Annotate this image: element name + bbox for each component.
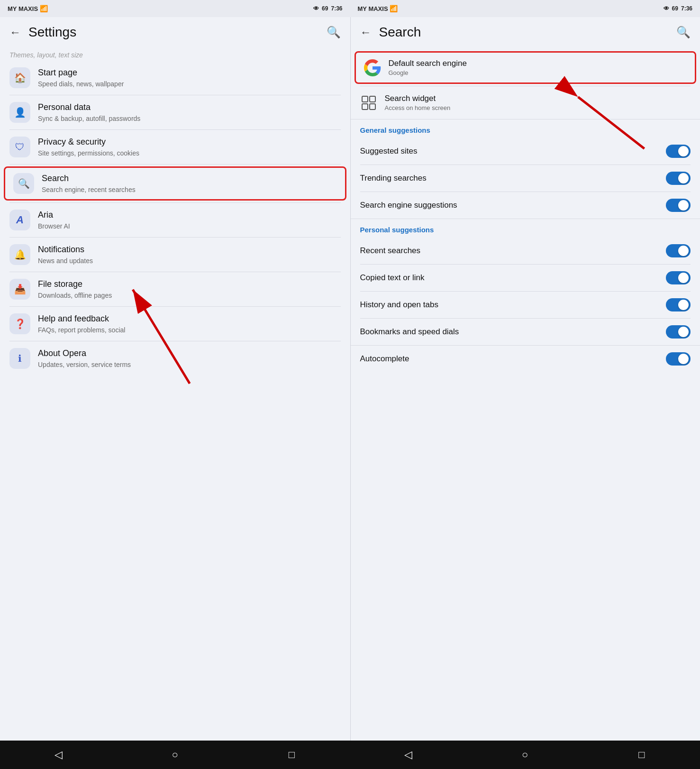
copied-text-toggle[interactable] [666, 271, 691, 284]
help-title: Help and feedback [38, 313, 341, 324]
autocomplete-row: Autocomplete [351, 346, 700, 372]
search-widget-title: Search widget [385, 94, 691, 103]
back-nav-right[interactable]: ◁ [397, 743, 420, 766]
aria-subtitle: Browser AI [38, 222, 341, 230]
file-storage-icon: 📥 [9, 279, 30, 300]
default-search-engine-row[interactable]: Default search engine Google [355, 51, 697, 84]
notifications-text: Notifications News and updates [38, 244, 341, 265]
bottom-bar-right: ◁ ○ □ [350, 741, 700, 769]
back-nav-left[interactable]: ◁ [47, 743, 70, 766]
home-nav-left[interactable]: ○ [164, 743, 186, 766]
file-storage-text: File storage Downloads, offline pages [38, 279, 341, 300]
svg-rect-2 [362, 96, 368, 102]
settings-scroll-area: 🏠 Start page Speed dials, news, wallpape… [0, 61, 350, 741]
settings-item-about[interactable]: ℹ About Opera Updates, version, service … [0, 341, 350, 375]
suggested-sites-label: Suggested sites [360, 146, 666, 156]
personal-data-title: Personal data [38, 102, 341, 113]
recent-searches-toggle[interactable] [666, 244, 691, 257]
settings-item-help[interactable]: ❓ Help and feedback FAQs, report problem… [0, 307, 350, 341]
search-engine-suggestions-row: Search engine suggestions [351, 192, 700, 219]
settings-top-hint: Themes, layout, text size [0, 47, 350, 61]
default-engine-text: Default search engine Google [389, 59, 687, 76]
wifi-icon-right: 📶 [390, 5, 398, 12]
recent-searches-row: Recent searches [351, 238, 700, 264]
settings-item-start-page[interactable]: 🏠 Start page Speed dials, news, wallpape… [0, 61, 350, 95]
search-engine-suggestions-toggle[interactable] [666, 199, 691, 212]
search-widget-subtitle: Access on home screen [385, 104, 691, 111]
bookmarks-row: Bookmarks and speed dials [351, 319, 700, 345]
carrier-left: MY MAXIS [8, 5, 38, 12]
help-icon: ❓ [9, 313, 30, 334]
personal-data-icon: 👤 [9, 102, 30, 123]
start-page-title: Start page [38, 67, 341, 78]
search-panel-search-button[interactable]: 🔍 [676, 26, 691, 39]
divider-3 [9, 164, 341, 165]
carrier-right: MY MAXIS [358, 5, 388, 12]
search-scroll-area: Default search engine Google Search widg [351, 47, 700, 741]
history-tabs-toggle[interactable] [666, 298, 691, 311]
general-suggestions-label: General suggestions [351, 119, 700, 138]
widget-icon [360, 94, 377, 111]
bookmarks-toggle[interactable] [666, 325, 691, 339]
recent-nav-left[interactable]: □ [280, 743, 303, 766]
personal-data-subtitle: Sync & backup, autofill, passwords [38, 114, 341, 123]
home-nav-right[interactable]: ○ [514, 743, 536, 766]
default-engine-value: Google [389, 69, 687, 76]
main-panels: ← Settings 🔍 Themes, layout, text size 🏠… [0, 17, 700, 741]
file-storage-subtitle: Downloads, offline pages [38, 291, 341, 300]
eye-icon-left: 👁 [313, 5, 319, 12]
aria-title: Aria [38, 210, 341, 220]
search-text: Search Search engine, recent searches [42, 173, 337, 194]
search-engine-suggestions-label: Search engine suggestions [360, 201, 666, 210]
settings-item-file-storage[interactable]: 📥 File storage Downloads, offline pages [0, 272, 350, 306]
google-icon [364, 59, 381, 76]
settings-item-privacy[interactable]: 🛡 Privacy & security Site settings, perm… [0, 130, 350, 164]
battery-right: 69 [672, 5, 678, 12]
recent-nav-right[interactable]: □ [630, 743, 653, 766]
svg-rect-4 [362, 104, 368, 110]
settings-title: Settings [28, 25, 327, 40]
settings-item-notifications[interactable]: 🔔 Notifications News and updates [0, 238, 350, 272]
bottom-bar-left: ◁ ○ □ [0, 741, 350, 769]
help-subtitle: FAQs, report problems, social [38, 326, 341, 334]
trending-searches-label: Trending searches [360, 174, 666, 183]
bookmarks-label: Bookmarks and speed dials [360, 327, 666, 337]
default-engine-title: Default search engine [389, 59, 687, 68]
about-subtitle: Updates, version, service terms [38, 360, 341, 369]
start-page-text: Start page Speed dials, news, wallpaper [38, 67, 341, 88]
settings-search-button[interactable]: 🔍 [327, 26, 341, 39]
autocomplete-label: Autocomplete [360, 354, 666, 364]
bottom-bars: ◁ ○ □ ◁ ○ □ [0, 741, 700, 769]
wifi-icon-left: 📶 [40, 5, 48, 12]
settings-item-aria[interactable]: A Aria Browser AI [0, 203, 350, 237]
search-title: Search [42, 173, 337, 184]
settings-item-personal-data[interactable]: 👤 Personal data Sync & backup, autofill,… [0, 95, 350, 129]
search-back-button[interactable]: ← [360, 26, 372, 39]
personal-suggestions-label: Personal suggestions [351, 219, 700, 238]
trending-searches-row: Trending searches [351, 165, 700, 192]
settings-back-button[interactable]: ← [9, 26, 21, 39]
personal-data-text: Personal data Sync & backup, autofill, p… [38, 102, 341, 123]
history-tabs-row: History and open tabs [351, 292, 700, 318]
recent-searches-label: Recent searches [360, 246, 666, 256]
privacy-icon: 🛡 [9, 137, 30, 157]
start-page-subtitle: Speed dials, news, wallpaper [38, 80, 341, 88]
settings-item-search[interactable]: 🔍 Search Search engine, recent searches [4, 166, 346, 201]
trending-searches-toggle[interactable] [666, 172, 691, 185]
autocomplete-toggle[interactable] [666, 352, 691, 366]
aria-text: Aria Browser AI [38, 210, 341, 230]
svg-rect-3 [370, 96, 375, 102]
search-widget-row[interactable]: Search widget Access on home screen [351, 86, 700, 119]
aria-icon: A [9, 210, 30, 230]
copied-text-label: Copied text or link [360, 273, 666, 283]
privacy-text: Privacy & security Site settings, permis… [38, 137, 341, 157]
eye-icon-right: 👁 [664, 5, 669, 12]
notifications-icon: 🔔 [9, 244, 30, 265]
suggested-sites-toggle[interactable] [666, 145, 691, 158]
time-right: 7:36 [681, 5, 692, 12]
settings-top-bar: ← Settings 🔍 [0, 17, 350, 47]
search-top-bar: ← Search 🔍 [351, 17, 700, 47]
settings-panel: ← Settings 🔍 Themes, layout, text size 🏠… [0, 17, 350, 741]
search-subtitle: Search engine, recent searches [42, 185, 337, 194]
battery-left: 69 [322, 5, 328, 12]
